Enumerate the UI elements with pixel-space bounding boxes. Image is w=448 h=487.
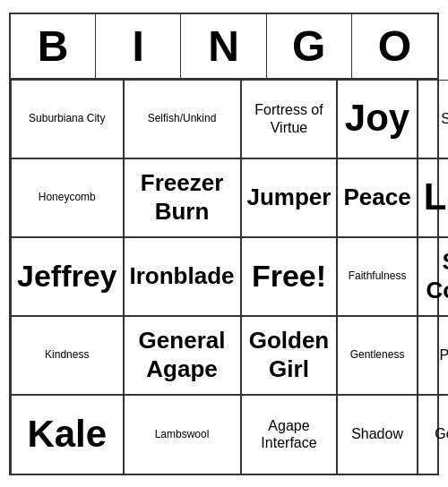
bingo-cell: Gentleness (337, 316, 417, 395)
header-letter: N (181, 14, 266, 78)
bingo-cell: Fortress of Virtue (241, 80, 338, 158)
cell-text: Gentleness (350, 348, 405, 361)
cell-text: Faithfulness (349, 269, 407, 282)
bingo-cell: Kindness (11, 316, 124, 395)
bingo-cell: Shadow (337, 395, 417, 474)
cell-text: Selfish/Unkind (148, 112, 217, 124)
bingo-cell: Agape Interface (241, 395, 338, 474)
bingo-cell: Ironblade (124, 237, 241, 316)
bingo-cell: Golden Girl (241, 316, 338, 395)
cell-text: Jumper (247, 184, 332, 211)
cell-text: Patience (440, 346, 448, 363)
cell-text: Shadow (351, 425, 403, 442)
cell-text: Honeycomb (39, 191, 96, 203)
cell-text: Fortress of Virtue (247, 101, 332, 135)
bingo-cell: Goodness (418, 395, 448, 474)
bingo-cell: Honeycomb (11, 158, 124, 237)
header-letter: O (352, 14, 437, 78)
bingo-cell: Free! (241, 237, 338, 316)
bingo-cell: Self-Control (418, 237, 448, 316)
cell-text: Kale (27, 412, 107, 457)
cell-text: Self-Control (424, 248, 448, 303)
cell-text: Kindness (45, 348, 89, 361)
cell-text: General Agape (130, 327, 235, 382)
bingo-card: BINGO Suburbiana CitySelfish/UnkindFortr… (9, 13, 439, 475)
bingo-cell: Jumper (241, 158, 338, 237)
bingo-cell: Peace (337, 158, 417, 237)
bingo-grid: Suburbiana CitySelfish/UnkindFortress of… (11, 80, 437, 474)
header-letter: G (267, 14, 352, 78)
cell-text: Lambswool (155, 428, 210, 440)
bingo-cell: Love (418, 158, 448, 237)
cell-text: Serenity (441, 110, 448, 127)
cell-text: Free! (252, 258, 326, 295)
cell-text: Suburbiana City (29, 112, 105, 124)
bingo-header: BINGO (11, 14, 437, 80)
bingo-cell: Lambswool (124, 395, 241, 474)
header-letter: B (11, 14, 96, 78)
cell-text: Agape Interface (247, 417, 332, 451)
bingo-cell: Serenity (418, 80, 448, 158)
bingo-cell: Faithfulness (337, 237, 417, 316)
bingo-cell: Kale (11, 395, 124, 474)
cell-text: Jeffrey (17, 258, 117, 295)
cell-text: Joy (345, 96, 409, 141)
cell-text: Ironblade (130, 262, 235, 290)
bingo-cell: Selfish/Unkind (124, 80, 241, 158)
bingo-cell: Joy (337, 80, 417, 158)
bingo-cell: Suburbiana City (11, 80, 124, 158)
cell-text: Golden Girl (247, 327, 332, 382)
bingo-cell: Patience (418, 316, 448, 395)
cell-text: Freezer Burn (130, 169, 235, 225)
header-letter: I (96, 14, 181, 78)
bingo-cell: Freezer Burn (124, 158, 241, 237)
cell-text: Love (424, 175, 448, 219)
cell-text: Peace (343, 184, 410, 211)
cell-text: Goodness (435, 425, 448, 442)
bingo-cell: Jeffrey (11, 237, 124, 316)
bingo-cell: General Agape (124, 316, 241, 395)
